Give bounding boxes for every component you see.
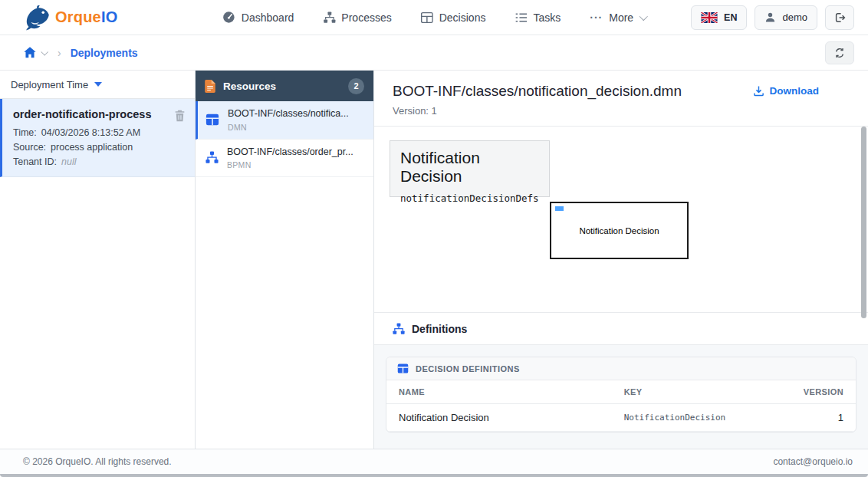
home-icon [23, 46, 37, 59]
main-content: Deployment Time order-notification-proce… [0, 71, 868, 449]
nav-label: Dashboard [242, 12, 294, 24]
app-name: OrqueIO [55, 8, 117, 26]
download-button[interactable]: Download [753, 85, 850, 97]
refresh-button[interactable] [825, 41, 854, 64]
dmn-table-icon [205, 113, 219, 127]
nav-item-more[interactable]: ··· More [590, 12, 646, 24]
resource-type: DMN [228, 123, 349, 132]
chevron-down-icon [639, 12, 648, 20]
column-header-key: KEY [612, 380, 785, 404]
definitions-section-header: Definitions [374, 313, 868, 345]
detail-header: BOOT-INF/classes/notification_decision.d… [374, 71, 868, 127]
resource-name: BOOT-INF/classes/order_pr... [227, 146, 353, 159]
nav-item-decisions[interactable]: Decisions [421, 12, 486, 24]
download-label: Download [770, 85, 820, 97]
deployment-time-sort[interactable]: Deployment Time [0, 71, 195, 99]
navbar-actions: EN demo [691, 5, 854, 30]
cell-key: NotificationDecision [612, 404, 785, 432]
copyright-text: © 2026 OrqueIO. All rights reserved. [23, 456, 172, 467]
top-navbar: OrqueIO Dashboard Processes Decisions Ta… [0, 0, 868, 35]
deployment-card[interactable]: order-notification-process Time:04/03/20… [0, 99, 195, 177]
nav-item-tasks[interactable]: Tasks [515, 12, 561, 24]
cell-name: Notification Decision [386, 404, 612, 432]
decision-definitions-card-header: DECISION DEFINITIONS [386, 357, 856, 380]
dmn-definitions-id: notificationDecisionDefs [400, 192, 539, 204]
definitions-sitemap-icon [393, 323, 405, 335]
deployment-time-row: Time:04/03/2026 8:13:52 AM [13, 127, 186, 138]
breadcrumb: › Deployments [0, 35, 868, 71]
tenant-value: null [61, 156, 76, 167]
scrollbar-thumb[interactable] [861, 127, 866, 318]
breadcrumb-separator-icon: › [58, 47, 61, 59]
window-bottom-edge [0, 474, 868, 477]
deployments-panel: Deployment Time order-notification-proce… [0, 71, 196, 449]
nav-item-processes[interactable]: Processes [323, 12, 391, 24]
refresh-icon [833, 47, 846, 59]
breadcrumb-home[interactable] [23, 46, 47, 59]
column-header-version: VERSION [785, 380, 856, 404]
nav-label: More [609, 12, 633, 24]
source-value: process application [51, 142, 133, 153]
resource-detail-title: BOOT-INF/classes/notification_decision.d… [393, 83, 682, 100]
table-header-row: NAME KEY VERSION [386, 380, 856, 404]
language-selector-button[interactable]: EN [691, 5, 747, 30]
sort-caret-icon [94, 82, 102, 87]
time-label: Time: [13, 127, 37, 138]
app-logo[interactable]: OrqueIO [23, 5, 117, 31]
tenant-label: Tenant ID: [13, 156, 57, 167]
logout-button[interactable] [825, 5, 854, 30]
dashboard-icon [222, 11, 235, 24]
nav-item-dashboard[interactable]: Dashboard [222, 11, 294, 24]
nav-label: Tasks [533, 12, 561, 24]
breadcrumb-current-deployments[interactable]: Deployments [71, 47, 138, 59]
dmn-decision-shape[interactable]: Notification Decision [550, 202, 689, 259]
decision-definitions-card: DECISION DEFINITIONS NAME KEY VERSION No… [386, 357, 856, 433]
deployment-tenant-row: Tenant ID:null [13, 156, 186, 167]
resource-item-dmn[interactable]: BOOT-INF/classes/notifica... DMN [196, 101, 373, 140]
chevron-down-icon [41, 48, 48, 55]
resource-text: BOOT-INF/classes/notifica... DMN [228, 108, 349, 132]
cell-version: 1 [785, 404, 856, 432]
decisions-table-icon [421, 12, 433, 24]
uk-flag-icon [701, 12, 718, 23]
resource-item-bpmn[interactable]: BOOT-INF/classes/order_pr... BPMN [196, 140, 373, 178]
deployment-source-row: Source:process application [13, 142, 186, 153]
tasks-list-icon [515, 12, 527, 24]
file-icon [205, 80, 215, 93]
contact-email: contact@orqueio.io [773, 456, 853, 467]
dmn-definitions-title: Notification Decision [400, 149, 539, 186]
source-label: Source: [13, 142, 46, 153]
column-header-name: NAME [386, 380, 612, 404]
resources-count-badge: 2 [348, 78, 364, 94]
dmn-definitions-label: Notification Decision notificationDecisi… [390, 140, 550, 197]
bpmn-sitemap-icon [205, 151, 219, 164]
footer: © 2026 OrqueIO. All rights reserved. con… [0, 449, 868, 474]
version-text: Version: 1 [393, 105, 850, 117]
user-menu-button[interactable]: demo [755, 5, 817, 30]
nav-label: Processes [341, 12, 391, 24]
download-icon [753, 85, 764, 97]
decision-table-marker-icon [555, 206, 564, 211]
orca-logo-icon [23, 5, 51, 31]
resources-header: Resources 2 [196, 71, 373, 101]
decision-definitions-table-icon [397, 363, 409, 374]
definitions-area: DECISION DEFINITIONS NAME KEY VERSION No… [374, 345, 868, 449]
resource-type: BPMN [227, 160, 353, 169]
resource-name: BOOT-INF/classes/notifica... [228, 108, 349, 120]
processes-icon [323, 12, 335, 24]
nav-label: Decisions [439, 12, 486, 24]
sort-label: Deployment Time [11, 79, 88, 90]
deployment-name: order-notification-process [13, 108, 186, 120]
username-label: demo [782, 12, 807, 23]
detail-panel: BOOT-INF/classes/notification_decision.d… [374, 71, 868, 449]
resource-text: BOOT-INF/classes/order_pr... BPMN [227, 146, 353, 170]
time-value: 04/03/2026 8:13:52 AM [41, 127, 140, 138]
resources-title: Resources [223, 81, 340, 92]
more-dots-icon: ··· [590, 12, 603, 24]
decision-definitions-title: DECISION DEFINITIONS [416, 364, 520, 373]
logout-icon [833, 12, 846, 24]
delete-deployment-button[interactable] [174, 110, 186, 122]
table-row[interactable]: Notification Decision NotificationDecisi… [386, 404, 856, 432]
dmn-decision-label: Notification Decision [579, 226, 659, 235]
language-label: EN [724, 12, 737, 23]
